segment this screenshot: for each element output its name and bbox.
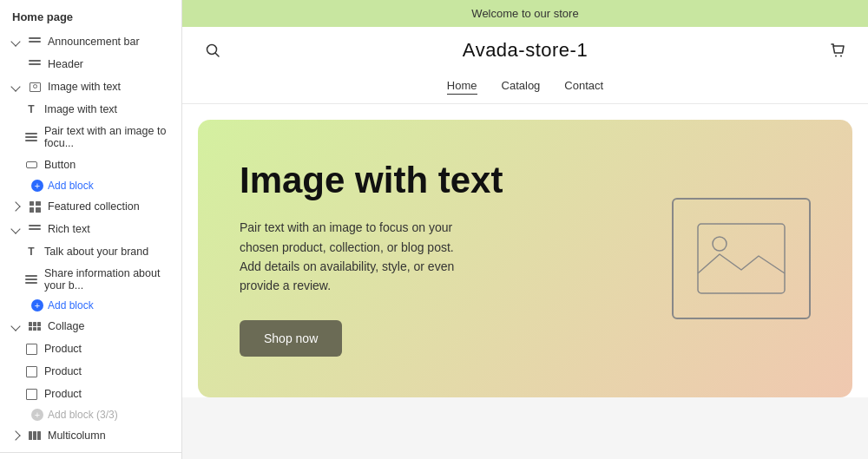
theme-settings-button[interactable]: Theme settings	[0, 452, 181, 459]
store-logo: Avada-store-1	[463, 39, 588, 62]
hero-text: Image with text Pair text with an image …	[240, 161, 646, 357]
nav-home[interactable]: Home	[447, 79, 477, 95]
shop-now-button[interactable]: Shop now	[240, 320, 342, 357]
text-icon: T	[24, 102, 38, 116]
corner-icon2	[24, 364, 38, 378]
store-nav: Home Catalog Contact	[182, 74, 868, 104]
sidebar-item-talk-about-brand[interactable]: T Talk about your brand	[0, 240, 181, 263]
lines-icon2	[24, 272, 38, 286]
sidebar-item-collage-product1[interactable]: Product	[0, 338, 181, 360]
sidebar-item-collage-product3[interactable]: Product	[0, 383, 181, 405]
svg-point-2	[835, 56, 837, 57]
corner-icon1	[24, 342, 38, 356]
collage-icon	[28, 319, 42, 333]
svg-point-5	[713, 237, 727, 251]
sidebar-item-image-with-text[interactable]: Image with text	[0, 75, 181, 98]
nav-catalog[interactable]: Catalog	[502, 79, 541, 95]
chevron-right-icon	[10, 201, 20, 211]
sidebar-item-collage-product2[interactable]: Product	[0, 360, 181, 383]
nav-contact[interactable]: Contact	[564, 79, 603, 95]
svg-point-0	[207, 45, 217, 55]
hero-image-placeholder	[672, 198, 811, 319]
sidebar-item-pair-text[interactable]: Pair text with an image to focu...	[0, 121, 181, 154]
svg-point-3	[840, 56, 842, 57]
hero-title: Image with text	[240, 161, 646, 200]
corner-icon3	[24, 387, 38, 401]
hero-description: Pair text with an image to focus on your…	[240, 218, 465, 296]
announcement-bar: Welcome to our store	[182, 0, 868, 27]
store-header: Avada-store-1	[182, 27, 868, 74]
add-icon: +	[31, 180, 43, 192]
sidebar-item-image-with-text-child1[interactable]: T Image with text	[0, 98, 181, 121]
hero-section: Image with text Pair text with an image …	[198, 120, 852, 397]
store-preview-area: Welcome to our store Avada-store-1	[182, 0, 868, 459]
chevron-down-icon	[10, 36, 20, 46]
rich-text-icon	[28, 222, 42, 236]
image-with-text-section-icon	[28, 80, 42, 94]
cart-button[interactable]	[828, 41, 847, 60]
add-block-3-button[interactable]: + Add block (3/3)	[0, 405, 181, 424]
button-icon	[24, 158, 38, 172]
store-preview: Welcome to our store Avada-store-1	[182, 0, 868, 397]
svg-line-1	[216, 54, 220, 57]
search-button[interactable]	[203, 41, 222, 60]
add-icon3: +	[31, 409, 43, 421]
sidebar-item-multicolumn[interactable]: Multicolumn	[0, 424, 181, 447]
sidebar-item-header[interactable]: Header	[0, 53, 181, 75]
featured-collection-icon	[28, 200, 42, 213]
add-block-1-button[interactable]: + Add block	[0, 176, 181, 195]
multicolumn-icon	[28, 429, 42, 443]
chevron-down-icon3	[10, 321, 20, 331]
lines-icon	[24, 130, 38, 144]
sidebar-item-collage[interactable]: Collage	[0, 315, 181, 338]
svg-rect-4	[698, 224, 785, 293]
add-icon2: +	[31, 299, 43, 311]
sidebar-item-rich-text[interactable]: Rich text	[0, 218, 181, 240]
header-icon	[28, 57, 42, 71]
announcement-bar-icon	[28, 35, 42, 49]
sidebar-title: Home page	[0, 0, 181, 30]
chevron-right-icon4	[10, 430, 20, 440]
sidebar-item-share-info[interactable]: Share information about your b...	[0, 263, 181, 296]
sidebar-item-button[interactable]: Button	[0, 154, 181, 176]
sidebar: Home page Announcement bar Header Image …	[0, 0, 182, 459]
add-block-2-button[interactable]: + Add block	[0, 296, 181, 315]
text-icon2: T	[24, 245, 38, 259]
sidebar-item-announcement-bar[interactable]: Announcement bar	[0, 30, 181, 53]
chevron-down-icon	[10, 82, 20, 91]
chevron-down-icon	[10, 224, 20, 233]
sidebar-item-featured-collection[interactable]: Featured collection	[0, 195, 181, 218]
